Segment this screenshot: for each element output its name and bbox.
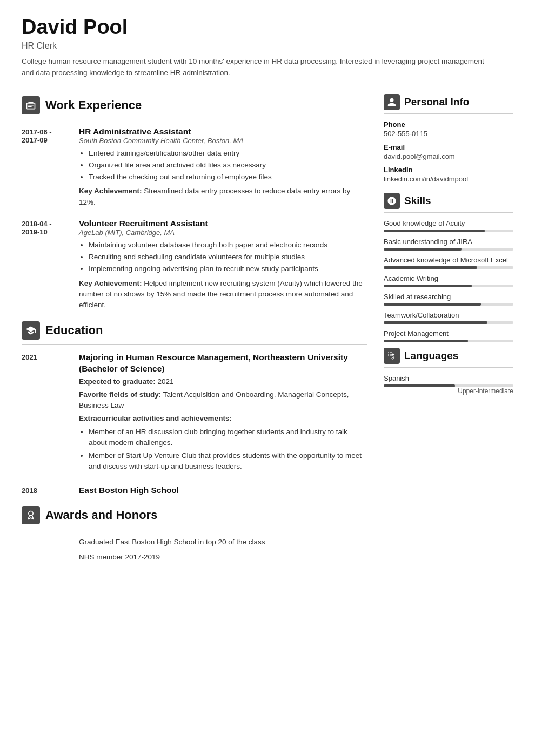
skill-name-2: Advanced knowledge of Microsoft Excel <box>384 256 513 264</box>
skill-name-5: Teamwork/Collaboration <box>384 311 513 319</box>
languages-title: Languages <box>404 350 458 362</box>
education-title: Education <box>45 323 103 338</box>
edu-bullets-1: Member of an HR discussion club bringing… <box>79 427 367 473</box>
skills-header: Skills <box>384 193 513 209</box>
edu-favorite-label: Favorite fields of study: <box>79 390 161 399</box>
job-company-2: AgeLab (MIT), Cambridge, MA <box>79 228 367 237</box>
edu-year-1: 2021 <box>22 352 70 474</box>
work-experience-title: Work Experience <box>45 98 142 112</box>
education-header: Education <box>22 321 367 340</box>
edu-favorite: Favorite fields of study: Talent Acquisi… <box>79 389 367 411</box>
job-bullet-2-2: Recruiting and scheduling candidate volu… <box>89 252 367 262</box>
award-item-2: NHS member 2017-2019 <box>79 552 367 563</box>
job-title-1: HR Administrative Assistant <box>79 127 367 137</box>
key-achievement-1: Key Achievement: Streamlined data entry … <box>79 186 367 208</box>
skill-bar-fill-2 <box>384 266 477 269</box>
skill-name-4: Skilled at researching <box>384 293 513 301</box>
personal-info-title: Personal Info <box>404 96 469 108</box>
edu-content-2: East Boston High School <box>79 485 367 495</box>
skill-bar-bg-0 <box>384 230 513 232</box>
edu-extra-label-text: Extracurricular activities and achieveme… <box>79 414 232 422</box>
languages-divider <box>384 367 513 368</box>
skill-bar-bg-5 <box>384 321 513 324</box>
svg-rect-1 <box>28 106 32 106</box>
personal-info-icon <box>384 94 400 110</box>
skills-list: Good knowledge of Acuity Basic understan… <box>384 219 513 342</box>
skills-section: Skills Good knowledge of Acuity Basic un… <box>384 193 513 342</box>
skills-divider <box>384 212 513 213</box>
languages-list: Spanish Upper-intermediate <box>384 374 513 395</box>
job-bullets-1: Entered trainings/certifications/other d… <box>79 148 367 183</box>
awards-title: Awards and Honors <box>45 508 157 522</box>
skill-item-5: Teamwork/Collaboration <box>384 311 513 324</box>
work-experience-header: Work Experience <box>22 96 367 114</box>
skill-bar-bg-1 <box>384 248 513 251</box>
edu-entry-1: 2021 Majoring in Human Resource Manageme… <box>22 352 367 474</box>
skill-item-0: Good knowledge of Acuity <box>384 219 513 232</box>
edu-entry-2: 2018 East Boston High School <box>22 485 367 495</box>
svg-point-2 <box>29 511 33 515</box>
skill-name-3: Academic Writing <box>384 274 513 282</box>
skill-bar-fill-5 <box>384 321 487 324</box>
edu-content-1: Majoring in Human Resource Management, N… <box>79 352 367 474</box>
skill-name-0: Good knowledge of Acuity <box>384 219 513 227</box>
phone-value: 502-555-0115 <box>384 130 513 138</box>
awards-divider <box>22 529 367 529</box>
key-achievement-label-2: Key Achievement: <box>79 279 142 287</box>
skill-bar-bg-3 <box>384 285 513 287</box>
skill-item-3: Academic Writing <box>384 274 513 287</box>
skill-bar-fill-0 <box>384 230 485 232</box>
candidate-title: HR Clerk <box>22 41 513 51</box>
key-achievement-label-1: Key Achievement: <box>79 187 142 195</box>
left-column: Work Experience 2017-06 -2017-09 HR Admi… <box>22 94 367 568</box>
email-label: E-mail <box>384 143 513 151</box>
svg-rect-0 <box>28 105 34 105</box>
edu-expected-label: Expected to graduate: <box>79 377 156 386</box>
lang-name-0: Spanish <box>384 374 513 382</box>
edu-expected: Expected to graduate: 2021 <box>79 376 367 387</box>
skill-bar-fill-6 <box>384 340 468 342</box>
skill-item-2: Advanced knowledge of Microsoft Excel <box>384 256 513 269</box>
skill-bar-bg-2 <box>384 266 513 269</box>
linkedin-value: linkedin.com/in/davidmpool <box>384 175 513 183</box>
lang-item-0: Spanish Upper-intermediate <box>384 374 513 395</box>
skill-item-1: Basic understanding of JIRA <box>384 238 513 251</box>
languages-header: Languages <box>384 348 513 364</box>
edu-expected-value: 2021 <box>158 377 174 386</box>
skills-title: Skills <box>404 195 431 207</box>
awards-header: Awards and Honors <box>22 506 367 524</box>
skill-name-1: Basic understanding of JIRA <box>384 238 513 246</box>
personal-info-header: Personal Info <box>384 94 513 110</box>
right-column: Personal Info Phone 502-555-0115 E-mail … <box>384 94 513 568</box>
education-icon <box>22 321 40 340</box>
job-title-2: Volunteer Recruitment Assistant <box>79 219 367 228</box>
job-bullet-1-2: Organized file area and archived old fil… <box>89 160 367 171</box>
skill-bar-fill-1 <box>384 248 462 251</box>
award-item-1: Graduated East Boston High School in top… <box>79 537 367 548</box>
job-bullet-2-1: Maintaining volunteer database through b… <box>89 240 367 251</box>
linkedin-label: LinkedIn <box>384 166 513 174</box>
candidate-name: David Pool <box>22 16 513 39</box>
skills-icon <box>384 193 400 209</box>
skill-bar-bg-6 <box>384 340 513 342</box>
edu-extra-label: Extracurricular activities and achieveme… <box>79 413 367 424</box>
edu-bullet-1-2: Member of Start Up Venture Club that pro… <box>89 450 367 473</box>
skill-bar-fill-3 <box>384 285 472 287</box>
skill-bar-fill-4 <box>384 303 481 306</box>
awards-icon <box>22 506 40 524</box>
lang-level-0: Upper-intermediate <box>384 387 513 395</box>
work-experience-divider <box>22 119 367 119</box>
job-bullets-2: Maintaining volunteer database through b… <box>79 240 367 275</box>
email-value: david.pool@gmail.com <box>384 152 513 160</box>
edu-school-2: East Boston High School <box>79 485 367 495</box>
work-entry-1: 2017-06 -2017-09 HR Administrative Assis… <box>22 127 367 208</box>
work-dates-2: 2018-04 -2019-10 <box>22 219 70 311</box>
key-achievement-2: Key Achievement: Helped implement new re… <box>79 278 367 311</box>
personal-info-divider <box>384 113 513 114</box>
skill-bar-bg-4 <box>384 303 513 306</box>
personal-info-section: Personal Info Phone 502-555-0115 E-mail … <box>384 94 513 183</box>
awards-content: Graduated East Boston High School in top… <box>22 537 367 563</box>
work-dates-1: 2017-06 -2017-09 <box>22 127 70 208</box>
edu-bullet-1-1: Member of an HR discussion club bringing… <box>89 427 367 449</box>
edu-degree-1: Majoring in Human Resource Management, N… <box>79 352 367 374</box>
